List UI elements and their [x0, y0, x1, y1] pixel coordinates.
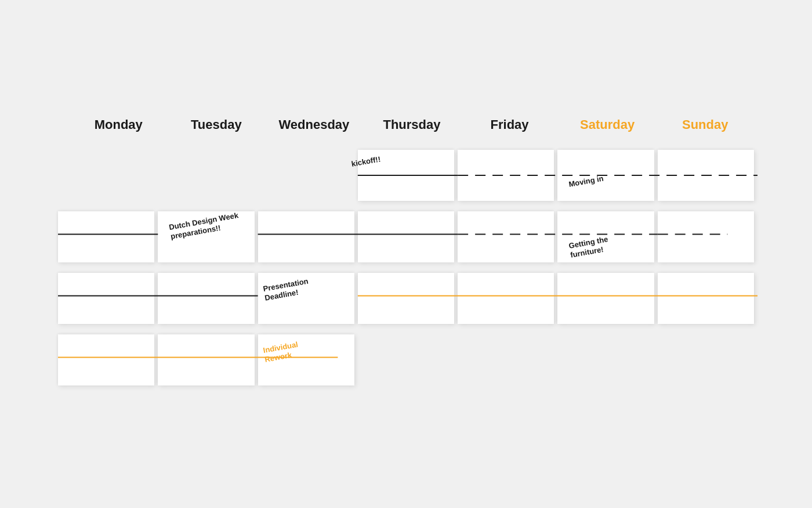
cell-r1-c1: [158, 211, 254, 262]
cell-r2-c6: [658, 273, 754, 324]
header-row: MondayTuesdayWednesdayThursdayFridaySatu…: [58, 117, 754, 132]
cell-r2-c1: [158, 273, 254, 324]
cell-r3-c0: [58, 334, 154, 385]
cell-r0-c2: [258, 150, 354, 201]
cell-r2-c4: [458, 273, 554, 324]
cell-r0-c5: [557, 150, 654, 201]
cell-r1-c5: [557, 211, 654, 262]
calendar-container: MondayTuesdayWednesdayThursdayFridaySatu…: [58, 106, 754, 403]
cell-r2-c5: [557, 273, 654, 324]
day-header-thursday: Thursday: [363, 117, 461, 132]
cell-r2-c3: [358, 273, 454, 324]
cell-r1-c2: [258, 211, 354, 262]
day-header-monday: Monday: [70, 117, 168, 132]
cell-r1-c0: [58, 211, 154, 262]
day-header-tuesday: Tuesday: [168, 117, 266, 132]
timeline-row-1: Dutch Design Weekpreparations!!Getting t…: [58, 211, 754, 262]
timeline-row-2: PresentationDeadline!: [58, 273, 754, 324]
day-header-friday: Friday: [461, 117, 559, 132]
cell-r0-c3: [358, 150, 454, 201]
cell-r1-c3: [358, 211, 454, 262]
timeline-row-3: IndividualRework: [58, 334, 754, 385]
cell-r1-c6: [658, 211, 754, 262]
cell-r3-c5: [557, 334, 654, 385]
cell-r0-c0: [58, 150, 154, 201]
cell-r0-c4: [458, 150, 554, 201]
cell-r3-c6: [658, 334, 754, 385]
day-header-wednesday: Wednesday: [265, 117, 363, 132]
cell-r2-c2: [258, 273, 354, 324]
cell-r3-c2: [258, 334, 354, 385]
cell-r3-c3: [358, 334, 454, 385]
day-header-saturday: Saturday: [559, 117, 657, 132]
cell-r1-c4: [458, 211, 554, 262]
cell-r0-c6: [658, 150, 754, 201]
cell-r2-c0: [58, 273, 154, 324]
timeline-rows: kickoff!!Moving inDutch Design Weekprepa…: [58, 150, 754, 391]
cell-r0-c1: [158, 150, 254, 201]
cell-r3-c1: [158, 334, 254, 385]
cell-r3-c4: [458, 334, 554, 385]
timeline-row-0: kickoff!!Moving in: [58, 150, 754, 201]
day-header-sunday: Sunday: [656, 117, 754, 132]
